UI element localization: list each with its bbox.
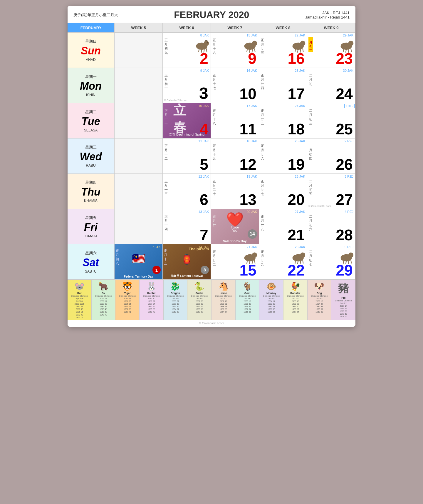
cell-w6-fri: 13 JAK 正月十四 7 [163,209,211,244]
cell-w8-tue: 24 JAK 正月廿五 18 [259,103,307,138]
day-label-friday: 星期五 Fri JUMAAT [68,209,115,244]
cell-w6-thu: 12 JAK 正月十三 6 [163,174,211,209]
svg-line-2 [199,49,199,52]
cell-w7-fri-valentine: 20 JAK 正月廿一 ❤️ I LoveYou 14 Valentine's … [211,209,259,244]
day-label-thursday: 星期四 Thu KHAMIS [68,174,115,209]
cell-w6-tue-spring: 10 JAK 正月十一 立春 4 立春 Beginning of Spring [163,103,211,138]
cell-w8-sat: 28 JAK 正月廿九 22 [259,244,307,280]
cell-w5-sun [115,33,163,68]
zodiac-horse: 🐴 Horse Chinese Chinese 2014 72002 19199… [212,280,236,320]
cell-w7-sat: 21 JAK 正月廿二 15 [211,244,259,280]
cell-w9-mon: 30 JAK 二月初二 24 [307,68,355,103]
cell-w7-tue: 17 JAK 正月十八 11 [211,103,259,138]
col-header-week8: WEEK 8 [259,23,307,33]
zodiac-dragon: 🐉 Dragon Chinese Chinese 2012 92000 2119… [164,280,188,320]
cell-w6-mon: 9 JAK 正月初十 3 © Calendar2U.com [163,68,211,103]
calendar-header: 庚子(鼠)年正月小至二月大 FEBRUARY 2020 JAK - REJ 14… [68,6,355,23]
zodiac-snake: 🐍 Snake Chinese Chinese 2013 82001 20198… [187,280,212,320]
cell-w8-thu: 26 JAK 正月廿七 20 [259,174,307,209]
zodiac-dog: 🐶 Dog Chinese Chinese 2018 32006 151994 … [308,280,332,320]
zodiac-pig: 豬 Pig Chinese Chinese 2019 22007 141995 … [331,280,355,320]
zodiac-rat: 🐭 Rat Chinese Chinese Age Age2020 82009 … [68,280,92,320]
col-header-week5: WEEK 5 [115,23,163,33]
cell-w5-wed [115,138,163,174]
cell-w9-fri: 4 REJ 二月初六 28 [307,209,355,244]
footer-copyright: © Calendar2U.com [68,320,355,327]
cell-w5-sat-fed: 7 JAK 正月初八 🇲🇾 1 Federal Territory Day [115,244,163,280]
zodiac-row: 🐭 Rat Chinese Chinese Age Age2020 82009 … [68,280,355,320]
cell-w8-mon: 23 JAK 正月廿四 17 [259,68,307,103]
zodiac-goat: 🐐 Goat Chinese Chinese 2015 62003 181991… [236,280,260,320]
cell-w6-sun: 8 JAK 正月初九 2 [163,33,211,68]
svg-point-1 [204,41,209,46]
svg-point-20 [348,41,354,46]
cell-w7-mon: 16 JAK 正月十七 10 [211,68,259,103]
cell-w8-wed: 25 JAK 正月廿六 19 [259,138,307,174]
day-label-monday: 星期一 Mon ISNIN [68,68,115,103]
col-header-week7: WEEK 7 [211,23,259,33]
svg-point-8 [252,41,257,46]
cell-w7-thu: 19 JAK 正月二十 13 [211,174,259,209]
col-header-week6: WEEK 6 [163,23,211,33]
zodiac-monkey: 🐵 Monkey Chinese Chinese 2016 52004 1719… [259,280,283,320]
zodiac-tiger: 🐯 Tiger Chinese Chinese 2010 111998 2319… [115,280,140,320]
svg-point-32 [300,253,306,258]
cell-w5-thu [115,174,163,209]
calendar-title: FEBRUARY 2020 [174,9,249,20]
svg-line-9 [247,49,247,52]
cell-w9-sun: 29 JAK 二月初一 23 [307,33,355,68]
cell-w9-tue: 1 REJ 二月初三 25 [307,103,355,138]
cell-w6-wed: 11 JAK 正月十二 5 [163,138,211,174]
zodiac-rabbit: 🐰 Rabbit Chinese Chinese 2011 101999 221… [140,280,164,320]
heart-icon: ❤️ [226,211,244,228]
zodiac-rooster: 🐓 Rooster Chinese Chinese 2017 42005 161… [283,280,308,320]
col-header-week9: WEEK 9 [307,23,355,33]
malaysia-emblem: 🇲🇾 [132,253,145,265]
cell-w8-fri: 27 JAK 正月廿八 21 [259,209,307,244]
svg-point-6 [207,42,208,44]
cell-w5-mon [115,68,163,103]
day-label-tuesday: 星期二 Tue SELASA [68,103,115,138]
day-label-sunday: 星期日 Sun AHAD [68,33,115,68]
cell-w7-wed: 18 JAK 正月十九 12 [211,138,259,174]
day-label-saturday: 星期六 Sat SABTU [68,244,115,280]
cell-w5-fri [115,209,163,244]
svg-point-38 [348,253,354,258]
cell-w9-thu: 3 REJ 二月初五 27 © Calendar2U.com [307,174,355,209]
cell-w7-sun: 15 JAK 正月十六 9 [211,33,259,68]
day-label-wednesday: 星期三 Wed RABU [68,138,115,174]
cell-w5-tue [115,103,163,138]
svg-point-26 [252,253,257,258]
cell-w9-wed: 2 REJ 二月初四 26 [307,138,355,174]
cell-w6-sat-thaipusam: 14 JAK 正月十五 Thaipusam 🏮 8 元宵节 Lantern Fe… [163,244,211,280]
col-header-february: FEBRUARY [68,23,115,33]
chinese-header: 庚子(鼠)年正月小至二月大 [73,12,118,18]
svg-point-14 [300,41,306,46]
calendar-container: 庚子(鼠)年正月小至二月大 FEBRUARY 2020 JAK - REJ 14… [68,6,355,327]
zodiac-ox: 🐂 Ox Chinese Chinese 2021 112009 121997 … [92,280,116,320]
pig-chinese-char: 豬 [332,281,355,296]
calendar-grid: FEBRUARY WEEK 5 WEEK 6 WEEK 7 WEEK 8 WEE… [68,23,355,280]
cell-w9-sat: 5 REJ 二月初七 29 [307,244,355,280]
jak-header: JAK - REJ 1441 Jamadilakhir - Rejab 1441 [305,11,350,19]
cell-w8-sun: 22 JAK 正月廿三 16 [259,33,307,68]
lantern-icon: 🏮 [181,254,193,265]
